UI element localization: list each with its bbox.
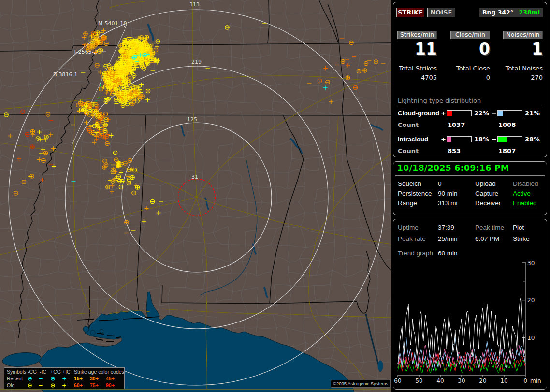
cg-plus-pct: 22% <box>474 110 489 117</box>
total-noises-value: 270 <box>531 74 543 81</box>
svg-text:125: 125 <box>187 116 197 123</box>
svg-text:20: 20 <box>479 378 486 384</box>
noises-per-min-button[interactable]: Noises/min <box>503 31 543 39</box>
persistence-value: 90 min <box>438 190 458 197</box>
uptime-label: Uptime <box>398 224 419 231</box>
svg-text:30: 30 <box>458 378 465 384</box>
ic-minus-bar <box>497 136 522 142</box>
capture-label: Capture <box>475 190 498 197</box>
svg-text:B-3816-1: B-3816-1 <box>53 71 77 78</box>
ic-plus-count: 853 <box>448 147 461 154</box>
receiver-label: Receiver <box>475 199 501 207</box>
noise-button[interactable]: NOISE <box>427 8 455 17</box>
total-strikes-label: Total Strikes <box>399 65 437 72</box>
svg-text:313: 313 <box>189 1 200 8</box>
legend-age-title: Strike age color codes <box>74 369 124 375</box>
uptime-value: 37:39 <box>438 224 454 231</box>
svg-text:40: 40 <box>436 378 444 384</box>
svg-text:60: 60 <box>394 378 401 384</box>
plot-type-value: Strike <box>513 235 530 242</box>
noises-per-min-value: 1 <box>532 41 543 57</box>
bearing-indicator: Bng 342°238mi <box>479 8 543 17</box>
svg-text:31: 31 <box>191 174 198 180</box>
total-noises-label: Total Noises <box>506 65 543 72</box>
svg-text:10: 10 <box>500 378 507 384</box>
strike-button[interactable]: STRIKE <box>396 8 424 17</box>
status-divider <box>395 175 545 176</box>
svg-text:20: 20 <box>527 297 535 304</box>
svg-text:0: 0 <box>523 378 527 384</box>
strikes-per-min-button[interactable]: Strikes/min <box>397 31 437 39</box>
cg-plus-bar <box>447 110 472 116</box>
map-legend: Symbols -CG -IC +CG +IC Strike age color… <box>4 367 125 389</box>
upload-status: Disabled <box>513 180 538 187</box>
distribution-divider <box>396 106 544 106</box>
total-close-value: 0 <box>486 74 490 81</box>
total-close-label: Total Close <box>456 65 490 72</box>
strikes-per-min-value: 11 <box>415 41 437 57</box>
cg-minus-count: 1008 <box>498 121 516 128</box>
svg-text:50: 50 <box>415 378 422 384</box>
stats-panel: STRIKE NOISE Bng 342°238mi Strikes/min C… <box>393 2 547 157</box>
datetime-display: 10/18/2025 6:09:16 PM <box>397 163 509 173</box>
ic-plus-pct: 18% <box>474 136 489 143</box>
total-strikes-value: 4705 <box>421 74 437 81</box>
capture-status: Active <box>513 190 531 197</box>
legend-symbols-header: Symbols <box>7 369 26 375</box>
peak-time-value: 6:07 PM <box>475 235 499 242</box>
copyright-label: ©2005 Astrogenic Systems <box>331 380 391 388</box>
svg-text:min: min <box>530 378 541 384</box>
peak-rate-label: Peak rate <box>398 235 426 242</box>
close-per-min-button[interactable]: Close/min <box>450 31 490 39</box>
cg-plus-count: 1037 <box>448 121 465 128</box>
lightning-map[interactable]: 313 219 125 31 M-5401-10 T-2565-2 B-3816… <box>0 0 391 392</box>
svg-text:219: 219 <box>191 59 202 65</box>
trend-graph-value: 60 min <box>438 250 458 257</box>
plot-label: Plot <box>513 224 524 231</box>
trend-graph-chart: 1020306050403020100min <box>393 258 547 389</box>
ic-minus-pct: 38% <box>525 136 540 143</box>
squelch-value: 0 <box>438 180 442 187</box>
peak-rate-value: 25/min <box>438 235 458 242</box>
bearing-value: Bng 342° <box>482 8 513 17</box>
svg-text:M-5401-10: M-5401-10 <box>98 20 127 27</box>
svg-text:30: 30 <box>527 260 535 266</box>
trend-graph-label: Trend graph <box>398 250 433 257</box>
peak-time-label: Peak time <box>475 224 504 231</box>
cg-minus-pct: 21% <box>525 110 540 117</box>
range-value: 313 mi <box>438 199 458 207</box>
status-panel: 10/18/2025 6:09:16 PM Squelch 0 Upload D… <box>393 161 547 215</box>
ic-minus-count: 1807 <box>498 147 516 154</box>
cloud-ground-label: Cloud-ground <box>398 110 439 117</box>
cg-minus-bar <box>497 110 522 116</box>
intracloud-label: Intracloud <box>398 136 428 143</box>
close-per-min-value: 0 <box>479 41 490 57</box>
range-label: Range <box>398 199 417 207</box>
squelch-label: Squelch <box>398 180 421 187</box>
persistence-label: Persistence <box>398 190 432 197</box>
receiver-status: Enabled <box>513 199 537 207</box>
distribution-title: Lightning type distribution <box>398 97 481 104</box>
svg-text:10: 10 <box>527 335 535 341</box>
upload-label: Upload <box>475 180 496 187</box>
trend-panel: Uptime 37:39 Peak time Plot Peak rate 25… <box>393 219 547 390</box>
distance-value: 238mi <box>519 8 540 17</box>
ic-plus-bar <box>447 136 472 142</box>
